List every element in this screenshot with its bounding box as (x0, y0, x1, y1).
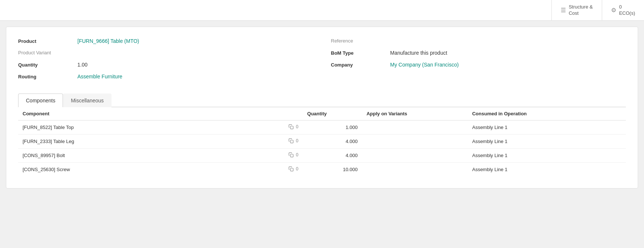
bom-type-row: BoM Type Manufacture this product (331, 48, 626, 60)
tab-components[interactable]: Components (18, 94, 63, 107)
cell-component: [CONS_25630] Screw (18, 163, 281, 177)
bom-type-label: BoM Type (331, 50, 390, 56)
product-value[interactable]: [FURN_9666] Table (MTO) (77, 38, 139, 44)
svg-rect-3 (290, 168, 293, 171)
page-wrapper: ☰ Structure &Cost ⚙ 0 ECO(s) Product [FU… (0, 0, 644, 248)
form-left: Product [FURN_9666] Table (MTO) Product … (18, 36, 313, 83)
cell-component: [FURN_8522] Table Top (18, 120, 281, 135)
gear-icon: ⚙ (611, 7, 616, 14)
copy-icon (288, 138, 294, 143)
svg-rect-1 (290, 140, 293, 143)
eco-label-text: ECO(s) (619, 10, 635, 16)
cell-quantity: 1.000 (303, 120, 362, 135)
cell-operation: Assembly Line 1 (468, 135, 626, 149)
cell-operation: Assembly Line 1 (468, 149, 626, 163)
copy-count: 0 (296, 152, 298, 157)
eco-label: 0 ECO(s) (619, 4, 635, 17)
col-header-component: Component (18, 107, 281, 120)
col-header-quantity: Quantity (303, 107, 362, 120)
cell-component: [FURN_2333] Table Leg (18, 135, 281, 149)
svg-rect-0 (290, 126, 293, 129)
table-row[interactable]: [CONS_89957] Bolt 0 4.000 Assembly Line … (18, 149, 626, 163)
cell-component: [CONS_89957] Bolt (18, 149, 281, 163)
company-value[interactable]: My Company (San Francisco) (390, 62, 459, 68)
cell-copy-actions: 0 (281, 149, 303, 163)
svg-rect-2 (290, 154, 293, 157)
table-row[interactable]: [FURN_2333] Table Leg 0 4.000 Assembly L… (18, 135, 626, 149)
bom-type-value: Manufacture this product (390, 50, 447, 56)
structure-cost-button[interactable]: ☰ Structure &Cost (551, 0, 602, 20)
quantity-label: Quantity (18, 62, 77, 68)
components-table: Component Quantity Apply on Variants Con… (18, 107, 626, 176)
copy-count: 0 (296, 124, 298, 129)
product-row: Product [FURN_9666] Table (MTO) (18, 36, 313, 48)
table-row[interactable]: [FURN_8522] Table Top 0 1.000 Assembly L… (18, 120, 626, 135)
routing-value[interactable]: Assemble Furniture (77, 74, 122, 79)
structure-cost-icon: ☰ (561, 7, 566, 14)
company-label: Company (331, 62, 390, 68)
copy-icon (288, 152, 294, 157)
table-row[interactable]: [CONS_25630] Screw 0 10.000 Assembly Lin… (18, 163, 626, 177)
col-header-operation: Consumed in Operation (468, 107, 626, 120)
cell-quantity: 10.000 (303, 163, 362, 177)
content-area: Product [FURN_9666] Table (MTO) Product … (6, 27, 638, 188)
cell-copy-actions: 0 (281, 163, 303, 177)
company-row: Company My Company (San Francisco) (331, 60, 626, 71)
copy-count: 0 (296, 138, 298, 143)
structure-cost-label: Structure &Cost (569, 4, 593, 17)
tabs-header: Components Miscellaneous (18, 94, 626, 107)
cell-variants (362, 149, 468, 163)
cell-variants (362, 135, 468, 149)
product-variant-row: Product Variant (18, 48, 313, 60)
product-variant-label: Product Variant (18, 50, 77, 55)
eco-count: 0 (619, 4, 622, 10)
eco-button[interactable]: ⚙ 0 ECO(s) (602, 0, 644, 20)
table-header-row: Component Quantity Apply on Variants Con… (18, 107, 626, 120)
cell-variants (362, 163, 468, 177)
copy-count: 0 (296, 166, 298, 171)
tabs-container: Components Miscellaneous Component Quant… (18, 94, 626, 176)
tab-miscellaneous[interactable]: Miscellaneous (63, 94, 111, 107)
col-header-variants: Apply on Variants (362, 107, 468, 120)
copy-icon (288, 166, 294, 171)
quantity-row: Quantity 1.00 (18, 60, 313, 71)
cell-copy-actions: 0 (281, 135, 303, 149)
col-header-empty (281, 107, 303, 120)
reference-label: Reference (331, 38, 390, 44)
cell-operation: Assembly Line 1 (468, 163, 626, 177)
cell-operation: Assembly Line 1 (468, 120, 626, 135)
cell-copy-actions: 0 (281, 120, 303, 135)
reference-row: Reference (331, 36, 626, 48)
cell-quantity: 4.000 (303, 149, 362, 163)
product-label: Product (18, 38, 77, 44)
form-grid: Product [FURN_9666] Table (MTO) Product … (18, 36, 626, 83)
toolbar: ☰ Structure &Cost ⚙ 0 ECO(s) (0, 0, 644, 21)
routing-label: Routing (18, 74, 77, 79)
copy-icon (288, 124, 294, 129)
cell-variants (362, 120, 468, 135)
cell-quantity: 4.000 (303, 135, 362, 149)
form-right: Reference BoM Type Manufacture this prod… (331, 36, 626, 83)
routing-row: Routing Assemble Furniture (18, 71, 313, 83)
quantity-value: 1.00 (77, 62, 87, 68)
